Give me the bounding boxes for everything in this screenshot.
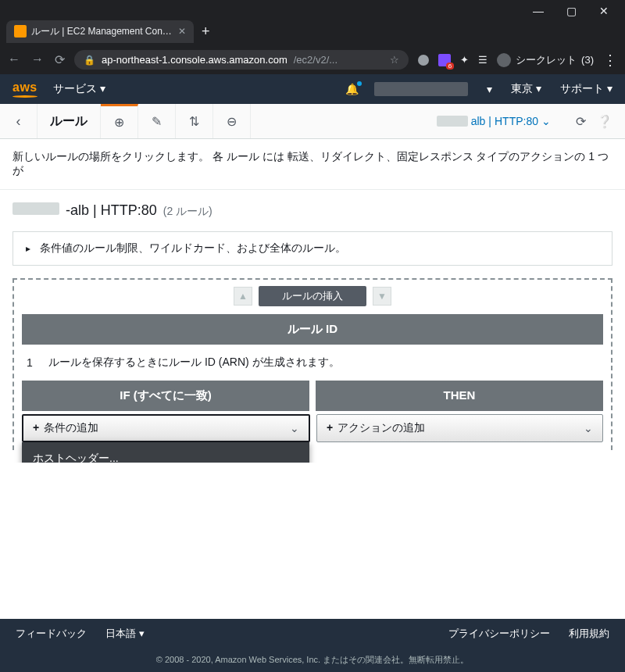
back-button[interactable]: ‹	[0, 104, 38, 138]
reload-icon[interactable]: ⟳	[55, 52, 65, 67]
lock-icon: 🔒	[84, 55, 95, 66]
chrome-menu-icon[interactable]: ⋮	[603, 52, 617, 69]
services-menu[interactable]: サービス ▾	[53, 82, 105, 96]
aws-favicon	[14, 25, 27, 38]
hint-text: 新しいルールの場所をクリックします。 各 ルール には 転送、リダイレクト、固定…	[0, 139, 625, 190]
account-menu[interactable]	[374, 82, 468, 96]
condition-menu: ホストヘッダー... パス... HTTP ヘッダー... HTTP リクエスト…	[22, 442, 309, 463]
bell-icon[interactable]: 🔔	[345, 83, 359, 95]
refresh-icon[interactable]: ⟳	[576, 114, 586, 129]
add-action-dropdown[interactable]: +アクションの追加 ⌄	[316, 414, 603, 442]
star-icon[interactable]: ☆	[390, 54, 399, 66]
maximize-icon[interactable]: ▢	[566, 5, 577, 17]
support-menu[interactable]: サポート ▾	[560, 82, 612, 96]
rule-number: 1	[22, 356, 38, 369]
rules-tab[interactable]: ルール	[38, 104, 101, 138]
chevron-down-icon: ⌄	[290, 422, 299, 434]
rule-id-header: ルール ID	[22, 314, 603, 345]
aws-logo[interactable]: aws	[12, 80, 38, 98]
add-rule-button[interactable]: ⊕	[101, 104, 138, 138]
delete-rule-button[interactable]: ⊖	[213, 104, 251, 138]
extensions-icon[interactable]: ✦	[460, 54, 469, 66]
tab-bar: ルール | EC2 Management Console ✕ +	[0, 17, 625, 45]
url-path: /ec2/v2/...	[294, 54, 338, 66]
minimize-icon[interactable]: —	[533, 5, 544, 17]
tab-close-icon[interactable]: ✕	[178, 26, 186, 37]
limits-accordion[interactable]: 条件値のルール制限、ワイルドカード、および全体のルール。	[12, 231, 612, 266]
listener-title: -alb | HTTP:80 (2 ルール)	[0, 190, 625, 231]
rules-toolbar: ‹ ルール ⊕ ✎ ⇅ ⊖ alb | HTTP:80 ⌄ ⟳ ❔	[0, 104, 625, 139]
tab-title: ルール | EC2 Management Console	[31, 25, 173, 38]
help-icon[interactable]: ❔	[597, 114, 612, 129]
rule-description: ルールを保存するときにルール ID (ARN) が生成されます。	[48, 356, 340, 370]
chevron-down-icon: ⌄	[541, 115, 551, 127]
listener-selector[interactable]: alb | HTTP:80 ⌄	[424, 115, 563, 127]
back-icon[interactable]: ←	[8, 52, 20, 67]
incognito-icon	[497, 53, 511, 67]
chevron-down-icon: ⌄	[584, 422, 593, 434]
browser-chrome: — ▢ ✕ ルール | EC2 Management Console ✕ + ←…	[0, 0, 625, 74]
move-down-button[interactable]: ▼	[373, 287, 391, 306]
incognito-indicator[interactable]: シークレット (3)	[497, 53, 594, 67]
move-up-button[interactable]: ▲	[234, 287, 252, 306]
add-condition-dropdown[interactable]: +条件の追加 ⌄	[22, 414, 310, 442]
browser-tab[interactable]: ルール | EC2 Management Console ✕	[6, 20, 194, 43]
address-bar-row: ← → ⟳ 🔒 ap-northeast-1.console.aws.amazo…	[0, 45, 625, 74]
menu-host-header[interactable]: ホストヘッダー...	[22, 445, 309, 463]
extension-badge-icon[interactable]	[438, 54, 451, 66]
forward-icon[interactable]: →	[31, 52, 44, 67]
new-tab-button[interactable]: +	[202, 23, 210, 40]
reorder-button[interactable]: ⇅	[176, 104, 213, 138]
extension-icon[interactable]	[418, 55, 429, 66]
insert-rule-panel: ▲ ルールの挿入 ▼ ルール ID 1 ルールを保存するときにルール ID (A…	[12, 278, 612, 450]
reading-list-icon[interactable]: ☰	[478, 54, 488, 66]
region-menu[interactable]: 東京 ▾	[511, 82, 541, 96]
if-header: IF (すべてに一致)	[22, 381, 309, 411]
address-bar[interactable]: 🔒 ap-northeast-1.console.aws.amazon.com/…	[74, 50, 409, 70]
insert-rule-label: ルールの挿入	[259, 286, 366, 306]
close-icon[interactable]: ✕	[598, 5, 609, 17]
window-controls: — ▢ ✕	[0, 0, 625, 17]
then-header: THEN	[316, 381, 603, 411]
url-host: ap-northeast-1.console.aws.amazon.com	[102, 54, 288, 66]
edit-rule-button[interactable]: ✎	[138, 104, 176, 138]
aws-header: aws サービス ▾ 🔔 ▾ 東京 ▾ サポート ▾	[0, 74, 625, 104]
